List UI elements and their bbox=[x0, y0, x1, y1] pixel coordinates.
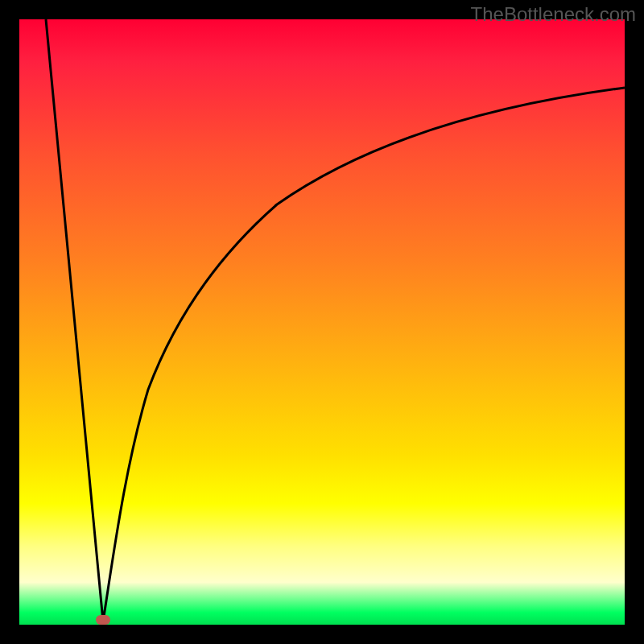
minimum-marker bbox=[96, 615, 110, 625]
bottleneck-curve-path bbox=[46, 19, 625, 621]
watermark-text: TheBottleneck.com bbox=[471, 3, 636, 26]
chart-plot-area bbox=[19, 19, 625, 625]
chart-curve bbox=[19, 19, 625, 625]
